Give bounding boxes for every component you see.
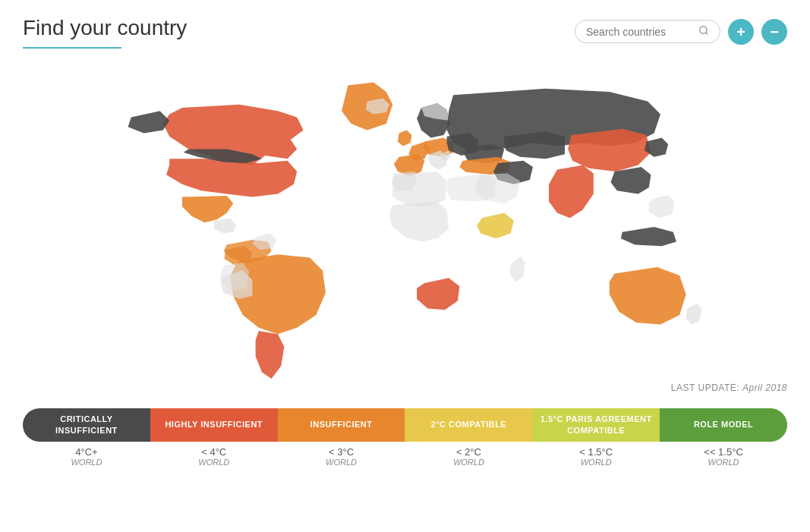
legend-temp-highly: < 4°C [198, 446, 229, 458]
legend-bar-highly[interactable]: HIGHLY INSUFFICIENT [150, 408, 278, 442]
svg-line-1 [706, 33, 708, 35]
legend-temp-compatible2: < 2°C [453, 446, 484, 458]
zoom-in-button[interactable]: + [728, 19, 754, 45]
legend-temp-rolemodel: << 1.5°C [704, 446, 742, 458]
last-update-label: LAST UPDATE: [671, 382, 739, 393]
legend-bar-insufficient[interactable]: INSUFFICIENT [278, 408, 405, 442]
legend-bar-rolemodel[interactable]: ROLE MODEL [660, 408, 787, 442]
legend-sub-compatible2: < 2°CWORLD [453, 446, 484, 467]
page-header: Find your country + − [0, 0, 810, 56]
legend-world-compatible15: WORLD [579, 458, 613, 467]
legend-temp-insufficient: < 3°C [326, 446, 357, 458]
legend-sub-compatible15: < 1.5°CWORLD [579, 446, 613, 467]
legend-world-compatible2: WORLD [453, 458, 484, 467]
world-map[interactable] [0, 56, 810, 382]
legend-bar-compatible15[interactable]: 1.5°C PARIS AGREEMENT COMPATIBLE [532, 408, 660, 442]
legend-item-highly: HIGHLY INSUFFICIENT< 4°CWORLD [150, 408, 278, 467]
legend-item-compatible15: 1.5°C PARIS AGREEMENT COMPATIBLE< 1.5°CW… [532, 408, 660, 467]
last-update: LAST UPDATE: April 2018 [0, 382, 810, 401]
legend-temp-critically: 4°C+ [71, 446, 102, 458]
legend-bar-compatible2[interactable]: 2°C COMPATIBLE [405, 408, 532, 442]
search-icon [698, 25, 709, 38]
zoom-out-button[interactable]: − [761, 19, 787, 45]
legend-world-insufficient: WORLD [326, 458, 357, 467]
legend-sub-highly: < 4°CWORLD [198, 446, 229, 467]
legend-world-rolemodel: WORLD [704, 458, 742, 467]
last-update-value: April 2018 [742, 382, 787, 393]
legend-temp-compatible15: < 1.5°C [579, 446, 613, 458]
title-section: Find your country [23, 15, 187, 49]
legend-sub-critically: 4°C+WORLD [71, 446, 102, 467]
svg-point-0 [700, 27, 707, 33]
legend-item-compatible2: 2°C COMPATIBLE< 2°CWORLD [405, 408, 532, 467]
legend-world-highly: WORLD [198, 458, 229, 467]
legend-item-rolemodel: ROLE MODEL<< 1.5°CWORLD [660, 408, 787, 467]
legend: CRITICALLY INSUFFICIENT4°C+WORLDHIGHLY I… [0, 401, 810, 467]
legend-item-critically: CRITICALLY INSUFFICIENT4°C+WORLD [23, 408, 150, 467]
legend-item-insufficient: INSUFFICIENT< 3°CWORLD [278, 408, 405, 467]
header-controls: + − [575, 19, 787, 45]
legend-sub-rolemodel: << 1.5°CWORLD [704, 446, 742, 467]
title-underline [23, 47, 121, 49]
legend-world-critically: WORLD [71, 458, 102, 467]
search-input[interactable] [586, 26, 692, 38]
legend-sub-insufficient: < 3°CWORLD [326, 446, 357, 467]
search-box[interactable] [575, 20, 720, 43]
map-svg [41, 60, 770, 379]
page-title: Find your country [23, 15, 187, 41]
legend-bar-critically[interactable]: CRITICALLY INSUFFICIENT [23, 408, 150, 442]
